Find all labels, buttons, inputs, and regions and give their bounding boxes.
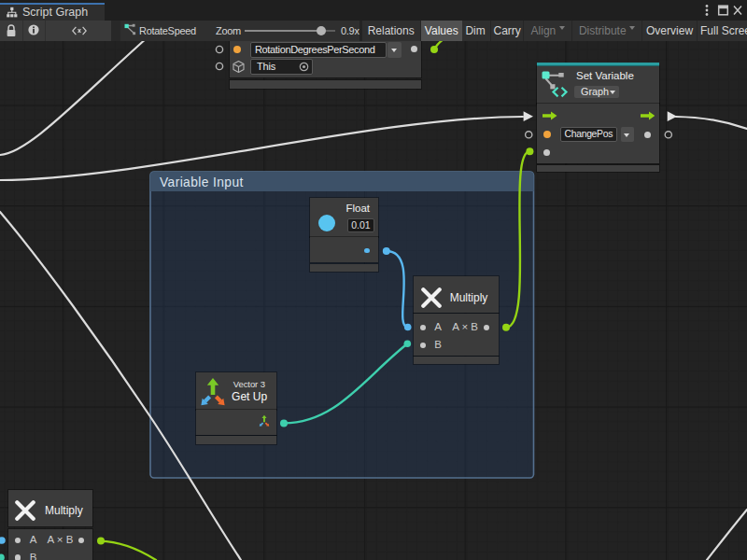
svg-text:Variable Input: Variable Input (160, 175, 244, 189)
